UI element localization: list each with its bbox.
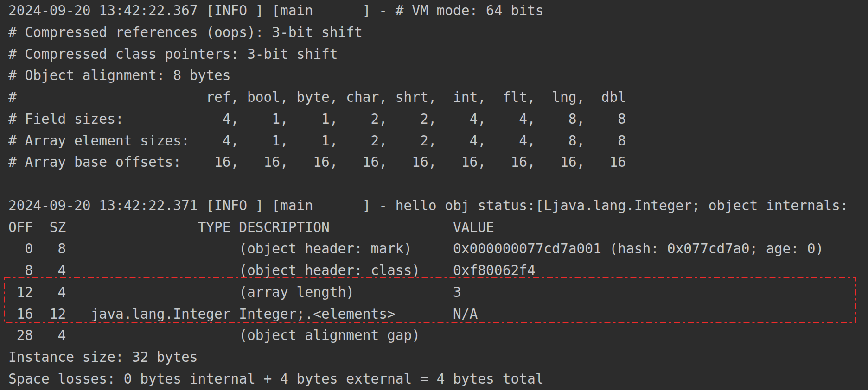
console-output-pane[interactable]: 2024-09-20 13:42:22.367 [INFO ] [main ] …	[0, 0, 868, 390]
comment-object-alignment: # Object alignment: 8 bytes	[8, 65, 868, 87]
array-base-offsets-row: # Array base offsets: 16, 16, 16, 16, 16…	[8, 151, 868, 173]
jol-table-header: OFF SZ TYPE DESCRIPTION VALUE	[8, 217, 868, 239]
comment-compressed-class-pointers: # Compressed class pointers: 3-bit shift	[8, 44, 868, 65]
jol-row-offset-16: 16 12 java.lang.Integer Integer;.<elemen…	[8, 303, 868, 325]
comment-compressed-references: # Compressed references (oops): 3-bit sh…	[8, 22, 868, 44]
jol-row-offset-8: 8 4 (object header: class) 0xf80062f4	[8, 260, 868, 282]
jol-row-offset-0: 0 8 (object header: mark) 0x000000077cd7…	[8, 238, 868, 260]
log-line-vm-mode: 2024-09-20 13:42:22.367 [INFO ] [main ] …	[8, 0, 868, 22]
field-sizes-row: # Field sizes: 4, 1, 1, 2, 2, 4, 4, 8, 8	[8, 108, 868, 130]
jol-row-offset-12: 12 4 (array length) 3	[8, 282, 868, 303]
blank-line	[8, 173, 868, 195]
jol-row-offset-28: 28 4 (object alignment gap)	[8, 325, 868, 346]
instance-size-line: Instance size: 32 bytes	[8, 346, 868, 368]
array-element-sizes-row: # Array element sizes: 4, 1, 1, 2, 2, 4,…	[8, 130, 868, 152]
log-line-object-internals: 2024-09-20 13:42:22.371 [INFO ] [main ] …	[8, 195, 868, 217]
space-losses-line: Space losses: 0 bytes internal + 4 bytes…	[8, 368, 868, 390]
type-columns-header-row: # ref, bool, byte, char, shrt, int, flt,…	[8, 87, 868, 108]
